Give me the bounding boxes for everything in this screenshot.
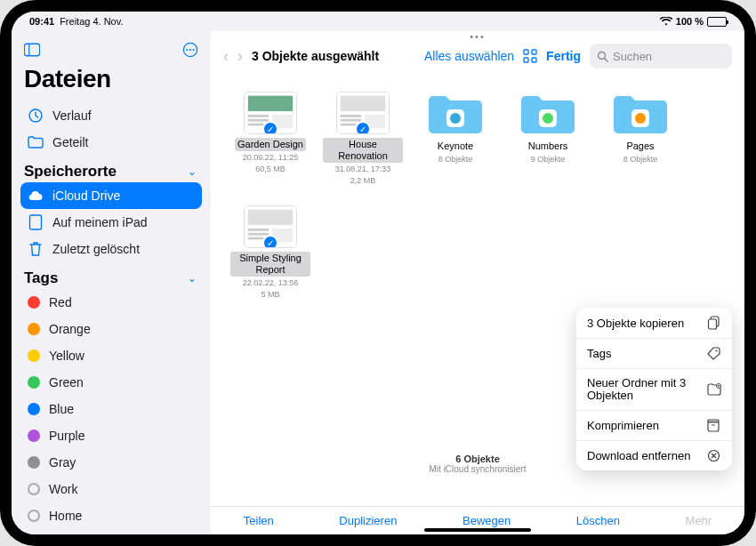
tag-dot-icon — [28, 456, 40, 469]
select-all-button[interactable]: Alles auswählen — [424, 49, 514, 63]
svg-rect-16 — [248, 115, 269, 117]
sidebar-item-label: iCloud Drive — [52, 189, 120, 203]
selected-check-icon: ✓ — [262, 121, 278, 134]
item-meta: 8 Objekte — [438, 154, 473, 165]
more-icon[interactable] — [182, 42, 198, 58]
svg-rect-0 — [24, 44, 39, 56]
folder-icon — [519, 92, 576, 136]
svg-rect-34 — [248, 229, 269, 231]
toolbar-delete[interactable]: Löschen — [576, 514, 620, 527]
sidebar-item-oniPad[interactable]: Auf meinem iPad — [20, 209, 202, 236]
svg-rect-9 — [532, 50, 536, 54]
forward-icon[interactable]: › — [237, 47, 243, 66]
trash-icon — [28, 241, 44, 257]
svg-rect-22 — [341, 115, 361, 117]
sidebar-tag-home[interactable]: Home — [20, 502, 202, 529]
menu-new-folder[interactable]: Neuer Ordner mit 3 Objekten — [576, 369, 732, 411]
svg-rect-15 — [248, 96, 293, 111]
selected-check-icon: ✓ — [262, 235, 278, 248]
svg-rect-33 — [248, 210, 293, 225]
menu-tags[interactable]: Tags — [576, 339, 732, 369]
sidebar-tag-green[interactable]: Green — [20, 369, 202, 396]
sidebar-item-label: Yellow — [49, 349, 84, 363]
svg-rect-10 — [524, 58, 528, 62]
search-input[interactable]: Suchen — [590, 44, 732, 68]
sidebar-tag-red[interactable]: Red — [20, 289, 202, 316]
folder-item[interactable]: Keynote8 Objekte — [415, 92, 495, 186]
home-indicator[interactable] — [424, 528, 531, 532]
context-menu: 3 Objekte kopieren Tags Neuer Ordner mit… — [576, 308, 732, 470]
toolbar-share[interactable]: Teilen — [244, 514, 274, 527]
chevron-down-icon: ⌄ — [188, 272, 197, 285]
item-meta: 22.02.22, 13:56 — [243, 277, 299, 288]
search-icon — [597, 51, 608, 62]
sidebar-item-shared[interactable]: Geteilt — [20, 129, 202, 156]
folder-item[interactable]: Numbers9 Objekte — [508, 92, 588, 186]
toolbar-more[interactable]: Mehr — [686, 514, 712, 527]
sidebar-tag-work[interactable]: Work — [20, 476, 202, 502]
sidebar-item-recent[interactable]: Verlauf — [20, 102, 202, 129]
folder-icon — [612, 92, 669, 136]
sidebar-item-label: Geteilt — [52, 135, 88, 149]
back-icon[interactable]: ‹ — [223, 47, 229, 66]
sidebar-tag-orange[interactable]: Orange — [20, 316, 202, 342]
item-name: Keynote — [435, 140, 476, 153]
new-folder-icon — [707, 383, 721, 396]
tag-dot-icon — [28, 376, 40, 389]
sidebar-tag-blue[interactable]: Blue — [20, 396, 202, 422]
svg-rect-24 — [341, 124, 356, 126]
file-item[interactable]: ✓Simple Styling Report22.02.22, 13:565 M… — [230, 205, 310, 300]
file-item[interactable]: ✓Garden Design20.09.22, 11:2560,5 MB — [230, 92, 310, 186]
battery-percent: 100 % — [676, 16, 704, 27]
menu-remove-download[interactable]: Download entfernen — [576, 441, 732, 470]
sidebar-item-label: Gray — [49, 455, 76, 470]
sidebar-item-trash[interactable]: Zuletzt gelöscht — [20, 236, 202, 262]
file-item[interactable]: ✓House Renovation31.08.21, 17:332,2 MB — [323, 92, 403, 186]
item-meta: 31.08.21, 17:33 — [335, 164, 391, 174]
shared-folder-icon — [28, 134, 44, 150]
sidebar-item-label: Work — [49, 482, 77, 496]
svg-line-13 — [605, 58, 608, 61]
item-meta: 60,5 MB — [255, 164, 286, 174]
sidebar-tag-purple[interactable]: Purple — [20, 422, 202, 449]
menu-copy[interactable]: 3 Objekte kopieren — [576, 308, 732, 339]
view-grid-icon[interactable] — [523, 49, 537, 63]
svg-point-27 — [450, 113, 461, 124]
archive-icon — [707, 419, 721, 432]
svg-rect-7 — [30, 215, 42, 229]
done-button[interactable]: Fertig — [546, 49, 581, 63]
tag-dot-icon — [28, 483, 40, 495]
document-thumbnail: ✓ — [244, 205, 297, 248]
item-meta: 5 MB — [261, 289, 279, 300]
sidebar-toggle-icon[interactable] — [24, 42, 40, 58]
tag-dot-icon — [28, 349, 40, 362]
folder-item[interactable]: Pages8 Objekte — [600, 92, 680, 186]
svg-point-5 — [193, 49, 195, 51]
multitask-dots[interactable]: ••• — [211, 31, 744, 40]
toolbar-duplicate[interactable]: Duplizieren — [339, 514, 397, 527]
svg-point-31 — [635, 113, 646, 124]
sidebar-item-label: Zuletzt gelöscht — [52, 242, 140, 256]
file-grid: ✓Garden Design20.09.22, 11:2560,5 MB✓Hou… — [230, 92, 725, 300]
sidebar-item-icloud[interactable]: iCloud Drive — [20, 182, 202, 209]
sidebar-tag-yellow[interactable]: Yellow — [20, 342, 202, 369]
tag-icon — [707, 347, 721, 360]
sidebar-tag-gray[interactable]: Gray — [20, 449, 202, 476]
svg-rect-11 — [532, 58, 536, 62]
svg-rect-8 — [524, 50, 528, 54]
battery-icon — [707, 17, 727, 27]
item-name: Numbers — [526, 140, 571, 153]
sidebar-section-tags[interactable]: Tags ⌄ — [20, 262, 202, 289]
svg-point-3 — [186, 49, 188, 51]
remove-download-icon — [707, 449, 721, 462]
sidebar-item-label: Green — [49, 375, 84, 389]
chevron-down-icon: ⌄ — [188, 165, 197, 178]
toolbar-move[interactable]: Bewegen — [462, 514, 511, 527]
search-placeholder: Suchen — [613, 50, 652, 63]
sidebar-section-locations[interactable]: Speicherorte ⌄ — [20, 156, 202, 182]
sidebar-item-label: Home — [49, 509, 82, 523]
menu-compress[interactable]: Komprimieren — [576, 411, 732, 441]
document-thumbnail: ✓ — [244, 92, 297, 134]
item-meta: 8 Objekte — [623, 154, 658, 165]
svg-point-4 — [189, 49, 191, 51]
